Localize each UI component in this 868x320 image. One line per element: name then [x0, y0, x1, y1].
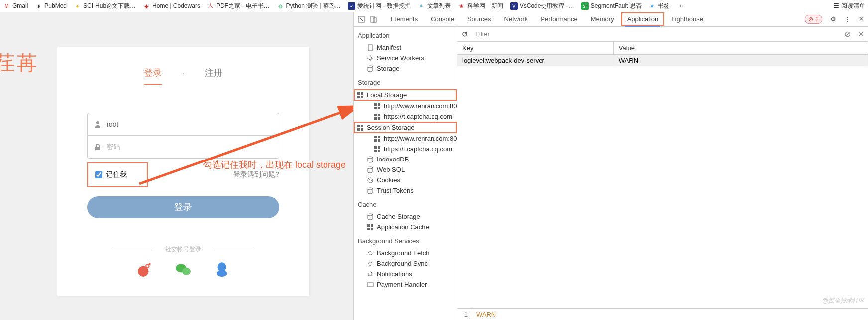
tab-login[interactable]: 登录	[144, 67, 162, 85]
sidebar-payment-handler[interactable]: Payment Handler	[354, 279, 457, 290]
social-label: 社交帐号登录	[82, 245, 284, 254]
input-group: root 密码	[87, 113, 279, 159]
sidebar-manifest[interactable]: Manifest	[354, 42, 457, 53]
sidebar-notifications[interactable]: Notifications	[354, 269, 457, 279]
inspect-icon[interactable]	[358, 16, 365, 23]
bookmark-item[interactable]: ◍Python 测验 | 菜鸟…	[277, 2, 341, 10]
svg-rect-19	[378, 103, 380, 106]
svg-rect-25	[378, 117, 380, 120]
tab-register[interactable]: 注册	[205, 67, 222, 85]
delete-icon[interactable]: ✕	[858, 29, 864, 39]
page-content: 荏苒 登录 · 注册 root 密码 记住我 登录遇到问题? 登录 社交帐号登录	[0, 12, 352, 320]
devtools-tab-sources[interactable]: Sources	[461, 12, 497, 26]
devtools-tab-network[interactable]: Network	[498, 12, 534, 26]
bookmark-item[interactable]: ●SCI-Hub论文下载…	[74, 2, 136, 10]
svg-rect-29	[361, 128, 363, 131]
qq-icon[interactable]	[214, 261, 230, 278]
cookie-icon	[367, 177, 374, 184]
devtools-tab-lighthouse[interactable]: Lighthouse	[665, 12, 709, 26]
login-problem-link[interactable]: 登录遇到问题?	[233, 170, 279, 179]
bookmark-item[interactable]: 人PDF之家 - 电子书…	[207, 2, 270, 10]
devtools-tab-memory[interactable]: Memory	[585, 12, 620, 26]
error-count-badge[interactable]: ⊗2	[805, 15, 822, 24]
sidebar-service-workers[interactable]: Service Workers	[354, 53, 457, 63]
section-bg-services: Background Services	[354, 232, 457, 248]
settings-icon[interactable]: ⚙	[830, 15, 836, 23]
sync-icon	[367, 260, 374, 267]
reading-list-button[interactable]: ☰阅读清单	[834, 2, 865, 10]
devtools-tab-application[interactable]: Application	[621, 12, 665, 26]
sidebar-session-storage[interactable]: ▼Session Storage	[354, 122, 457, 133]
sidebar-websql[interactable]: Web SQL	[354, 164, 457, 175]
svg-point-12	[369, 57, 372, 60]
svg-rect-45	[367, 224, 370, 227]
sidebar-app-cache[interactable]: Application Cache	[354, 222, 457, 232]
devtools-tab-elements[interactable]: Elements	[385, 12, 424, 26]
bookmark-item[interactable]: ★书签	[649, 2, 670, 10]
svg-rect-32	[374, 139, 377, 142]
bookmark-item[interactable]: sfSegmentFault 思否	[581, 2, 642, 10]
svg-rect-26	[357, 125, 360, 127]
annotation-text: 勾选记住我时，出现在 local storage	[203, 159, 346, 171]
svg-point-44	[368, 214, 373, 216]
table-row[interactable]: loglevel:webpack-dev-server WARN	[457, 55, 868, 67]
bookmark-item[interactable]: ✓爱统计网 - 数据挖掘	[348, 2, 411, 10]
devtools-tab-console[interactable]: Console	[425, 12, 460, 26]
refresh-icon[interactable]	[461, 31, 468, 38]
sidebar-cache-storage[interactable]: Cache Storage	[354, 211, 457, 222]
sidebar-local-storage-origin[interactable]: http://www.renran.com:808	[354, 101, 457, 111]
grid-icon	[367, 224, 374, 231]
col-key[interactable]: Key	[457, 42, 613, 55]
bookmark-item[interactable]: VVsCode使用教程 -…	[510, 2, 574, 10]
database-icon	[367, 213, 374, 220]
bookmark-item[interactable]: ❀科学网—新闻	[458, 2, 503, 10]
devtools-panel: Elements Console Sources Network Perform…	[353, 12, 868, 320]
section-cache: Cache	[354, 196, 457, 211]
remember-checkbox-input[interactable]	[95, 171, 102, 178]
wechat-icon[interactable]	[175, 261, 192, 278]
device-toggle-icon[interactable]	[370, 16, 377, 23]
application-sidebar: Application Manifest Service Workers Sto…	[354, 27, 457, 320]
sidebar-trust-tokens[interactable]: Trust Tokens	[354, 185, 457, 196]
close-icon[interactable]: ✕	[859, 15, 864, 23]
sidebar-bg-fetch[interactable]: Background Fetch	[354, 248, 457, 258]
grid-icon	[357, 92, 364, 99]
bookmark-item[interactable]: ◗PubMed	[35, 2, 67, 10]
col-value[interactable]: Value	[613, 42, 868, 55]
grid-icon	[374, 103, 381, 110]
username-input[interactable]: root	[87, 113, 279, 136]
sidebar-local-storage-origin[interactable]: https://t.captcha.qq.com	[354, 111, 457, 122]
sidebar-session-storage-origin[interactable]: http://www.renran.com:808	[354, 133, 457, 144]
remember-me-checkbox[interactable]: 记住我	[87, 162, 148, 187]
grid-icon	[374, 146, 381, 153]
login-button[interactable]: 登录	[87, 196, 279, 218]
filter-input[interactable]	[473, 28, 839, 40]
devtools-tab-performance[interactable]: Performance	[535, 12, 583, 26]
weibo-icon[interactable]	[136, 261, 153, 278]
sidebar-indexeddb[interactable]: IndexedDB	[354, 154, 457, 164]
grid-icon	[357, 124, 364, 131]
sidebar-storage[interactable]: Storage	[354, 63, 457, 74]
bookmark-item[interactable]: ✶文章列表	[418, 2, 451, 10]
sidebar-local-storage[interactable]: ▼Local Storage	[354, 89, 457, 101]
more-icon[interactable]: ⋮	[844, 15, 851, 23]
bookmark-item[interactable]: ◉Home | Codewars	[143, 2, 200, 10]
login-card: 登录 · 注册 root 密码 记住我 登录遇到问题? 登录 社交帐号登录	[57, 47, 309, 296]
sidebar-cookies[interactable]: Cookies	[354, 175, 457, 185]
svg-rect-28	[357, 128, 360, 131]
devtools-tab-bar: Elements Console Sources Network Perform…	[354, 12, 868, 27]
svg-rect-10	[373, 18, 376, 22]
sidebar-bg-sync[interactable]: Background Sync	[354, 258, 457, 269]
bookmark-item[interactable]: MGmail	[3, 2, 28, 10]
svg-rect-49	[367, 283, 373, 287]
svg-point-4	[182, 268, 191, 275]
grid-icon	[374, 135, 381, 142]
bookmark-overflow[interactable]: »	[680, 2, 683, 9]
clear-icon[interactable]: ⊘	[844, 29, 851, 39]
sidebar-session-storage-origin[interactable]: https://t.captcha.qq.com	[354, 144, 457, 154]
svg-rect-31	[378, 136, 380, 138]
auth-tabs: 登录 · 注册	[82, 67, 284, 85]
bookmark-bar: MGmail ◗PubMed ●SCI-Hub论文下载… ◉Home | Cod…	[0, 0, 868, 12]
password-input[interactable]: 密码	[87, 136, 279, 159]
svg-point-1	[146, 264, 149, 267]
